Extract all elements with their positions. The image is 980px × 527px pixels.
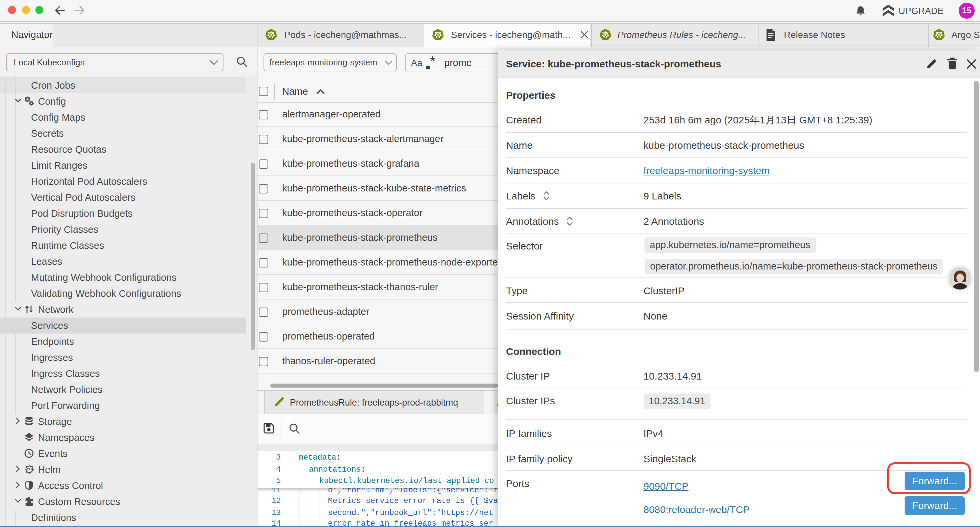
svg-text:HELM: HELM <box>26 467 33 470</box>
